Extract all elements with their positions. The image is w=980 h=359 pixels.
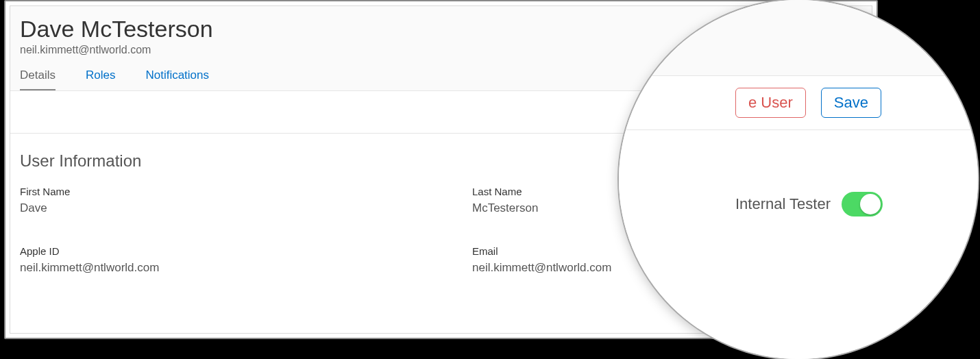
page-subtitle: neil.kimmett@ntlworld.com xyxy=(20,44,862,56)
first-name-label: First Name xyxy=(20,186,472,197)
tab-bar: Details Roles Notifications xyxy=(20,69,862,90)
field-email: Email neil.kimmett@ntlworld.com xyxy=(472,245,862,275)
apple-id-label: Apple ID xyxy=(20,245,472,257)
apple-id-value: neil.kimmett@ntlworld.com xyxy=(20,261,472,275)
last-name-value: McTesterson xyxy=(472,201,862,215)
user-info-section: Internal Tester User Information First N… xyxy=(10,134,872,293)
page-title: Dave McTesterson xyxy=(20,16,862,42)
tab-details[interactable]: Details xyxy=(20,69,56,90)
internal-tester-label: Internal Tester xyxy=(746,152,816,164)
toggle-knob xyxy=(839,150,855,166)
tab-roles[interactable]: Roles xyxy=(86,69,115,90)
email-label: Email xyxy=(472,245,862,257)
user-detail-panel: Dave McTesterson neil.kimmett@ntlworld.c… xyxy=(4,0,878,339)
delete-user-button[interactable]: Delete User xyxy=(726,101,804,123)
internal-tester-toggle[interactable] xyxy=(824,149,857,168)
field-apple-id: Apple ID neil.kimmett@ntlworld.com xyxy=(20,245,472,275)
last-name-label: Last Name xyxy=(472,186,862,197)
internal-tester-row: Internal Tester xyxy=(746,149,857,168)
action-bar: Delete User Save xyxy=(10,91,872,134)
tab-notifications[interactable]: Notifications xyxy=(145,69,209,90)
field-first-name: First Name Dave xyxy=(20,186,472,215)
section-title: User Information xyxy=(20,151,862,171)
first-name-value: Dave xyxy=(20,201,472,215)
save-button[interactable]: Save xyxy=(814,101,859,123)
page-header: Dave McTesterson neil.kimmett@ntlworld.c… xyxy=(10,6,872,91)
field-last-name: Last Name McTesterson xyxy=(472,186,862,215)
email-value: neil.kimmett@ntlworld.com xyxy=(472,261,862,275)
